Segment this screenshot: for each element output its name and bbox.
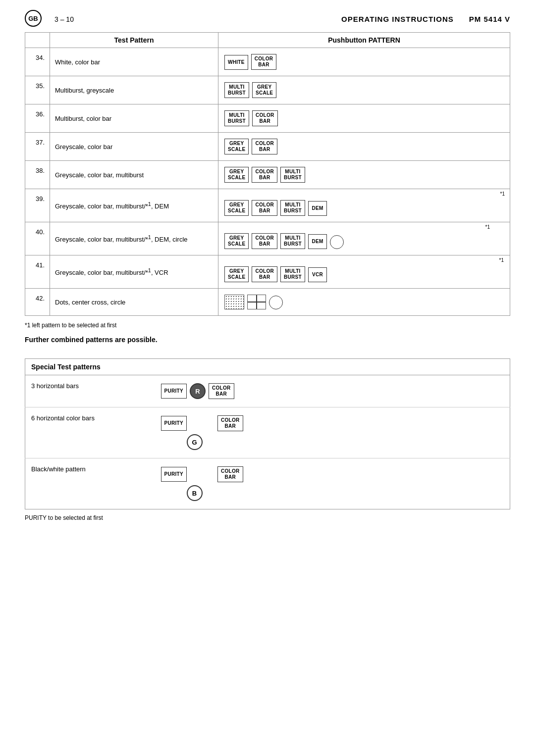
pattern-name: Dots, center cross, circle	[50, 289, 218, 316]
special-table-row: 3 horizontal bars PURITY R COLORBAR	[25, 375, 510, 407]
purity-note: PURITY to be selected at first	[25, 514, 510, 521]
special-pattern-label: 3 horizontal bars	[25, 375, 154, 407]
main-table: Test Pattern Pushbutton PATTERN 34. Whit…	[25, 32, 510, 316]
color-bar-button[interactable]: COLORBAR	[217, 466, 243, 482]
page-header: GB 3 – 10 OPERATING INSTRUCTIONS PM 5414…	[25, 15, 510, 23]
multi-burst-button[interactable]: MULTIBURST	[224, 82, 249, 98]
table-row: 36. Multiburst, color bar MULTIBURST COL…	[25, 104, 510, 133]
special-pattern-label: 6 horizontal color bars	[25, 407, 154, 458]
purity-button[interactable]: PURITY	[161, 467, 187, 482]
btn-group-41: *1 GREYSCALE COLORBAR MULTIBURST VCR	[223, 258, 505, 285]
page-title: OPERATING INSTRUCTIONS PM 5414 V	[341, 15, 510, 23]
multi-burst-button[interactable]: MULTIBURST	[280, 167, 305, 183]
color-bar-button[interactable]: COLORBAR	[252, 167, 277, 183]
grey-scale-button[interactable]: GREYSCALE	[224, 139, 249, 154]
pattern-name: Greyscale, color bar, multiburst/*1, DEM…	[50, 222, 218, 255]
gb-badge: GB	[25, 10, 42, 27]
color-bar-button[interactable]: COLORBAR	[252, 200, 277, 216]
g-circle-container: G	[185, 433, 205, 451]
table-row: 39. Greyscale, color bar, multiburst/*1,…	[25, 189, 510, 222]
star1-note: *1	[499, 257, 504, 263]
btn-group-35: MULTIBURST GREYSCALE	[223, 79, 505, 101]
table-row: 41. Greyscale, color bar, multiburst/*1,…	[25, 255, 510, 289]
operating-instructions-label: OPERATING INSTRUCTIONS	[341, 15, 454, 23]
row-num: 36.	[25, 104, 50, 133]
grey-scale-button[interactable]: GREYSCALE	[224, 167, 249, 183]
btn-group-37: GREYSCALE COLORBAR	[223, 136, 505, 157]
row-num: 41.	[25, 255, 50, 289]
r-circle: R	[190, 383, 206, 399]
grey-scale-button[interactable]: GREYSCALE	[224, 233, 249, 249]
btn-group-40: *1 GREYSCALE COLORBAR MULTIBURST DEM	[223, 225, 505, 252]
button-group: GREYSCALE COLORBAR	[218, 133, 510, 161]
grey-scale-button[interactable]: GREYSCALE	[224, 200, 249, 216]
star1-note: *1	[485, 224, 490, 230]
pattern-name: Multiburst, color bar	[50, 104, 218, 133]
circle-icon	[330, 235, 344, 249]
button-group	[218, 289, 510, 316]
b-circle: B	[187, 485, 203, 501]
table-row: 37. Greyscale, color bar GREYSCALE COLOR…	[25, 133, 510, 161]
grey-scale-button[interactable]: GREYSCALE	[224, 266, 249, 282]
purity-button[interactable]: PURITY	[161, 416, 187, 431]
special-btn-group-3: PURITY COLORBAR B	[160, 461, 504, 506]
color-bar-button[interactable]: COLORBAR	[209, 383, 234, 399]
grey-scale-button[interactable]: GREYSCALE	[252, 82, 276, 98]
table-row: 42. Dots, center cross, circle	[25, 289, 510, 316]
special-btn-row-3: PURITY COLORBAR	[160, 465, 244, 483]
pattern-name: White, color bar	[50, 48, 218, 76]
special-table: Special Test patterns 3 horizontal bars …	[25, 358, 510, 509]
special-pattern-label: Black/white pattern	[25, 458, 154, 509]
row-num: 39.	[25, 189, 50, 222]
pattern-name: Greyscale, color bar	[50, 133, 218, 161]
special-button-group: PURITY COLORBAR B	[154, 458, 510, 509]
color-bar-button[interactable]: COLORBAR	[252, 139, 277, 154]
row-num: 37.	[25, 133, 50, 161]
special-btn-group-2: PURITY COLORBAR G	[160, 410, 504, 455]
table-row: 34. White, color bar WHITE COLORBAR	[25, 48, 510, 76]
white-button[interactable]: WHITE	[224, 55, 248, 70]
model-label: PM 5414 V	[469, 15, 510, 23]
table-row: 40. Greyscale, color bar, multiburst/*1,…	[25, 222, 510, 255]
button-group: *1 GREYSCALE COLORBAR MULTIBURST DEM	[218, 222, 510, 255]
dem-button[interactable]: DEM	[308, 234, 327, 249]
special-btn-group-1: PURITY R COLORBAR	[160, 378, 504, 404]
page-number: 3 – 10	[54, 15, 74, 23]
special-btn-row-2: PURITY COLORBAR	[160, 414, 244, 432]
multi-burst-button[interactable]: MULTIBURST	[280, 266, 305, 282]
special-table-row: Black/white pattern PURITY COLORBAR B	[25, 458, 510, 509]
vcr-button[interactable]: VCR	[308, 267, 327, 282]
special-table-header: Special Test patterns	[25, 359, 510, 375]
gb-label: GB	[28, 15, 38, 22]
btn-group-39: *1 GREYSCALE COLORBAR MULTIBURST DEM	[223, 192, 505, 219]
btn-group-36: MULTIBURST COLORBAR	[223, 107, 505, 129]
color-bar-button[interactable]: COLORBAR	[251, 54, 277, 70]
multi-burst-button[interactable]: MULTIBURST	[224, 110, 249, 126]
multi-burst-button[interactable]: MULTIBURST	[280, 200, 305, 216]
special-button-group: PURITY COLORBAR G	[154, 407, 510, 458]
multi-burst-button[interactable]: MULTIBURST	[280, 233, 305, 249]
footnote: *1 left pattern to be selected at first	[25, 322, 510, 329]
color-bar-button[interactable]: COLORBAR	[252, 233, 277, 249]
circle-icon	[269, 296, 283, 309]
color-bar-button[interactable]: COLORBAR	[252, 266, 277, 282]
pattern-name: Greyscale, color bar, multiburst/*1, VCR	[50, 255, 218, 289]
button-group: GREYSCALE COLORBAR MULTIBURST	[218, 161, 510, 189]
purity-button[interactable]: PURITY	[161, 384, 187, 399]
button-group: MULTIBURST COLORBAR	[218, 104, 510, 133]
button-group: WHITE COLORBAR	[218, 48, 510, 76]
pattern-name: Greyscale, color bar, multiburst	[50, 161, 218, 189]
color-bar-button[interactable]: COLORBAR	[252, 110, 278, 126]
button-group: *1 GREYSCALE COLORBAR MULTIBURST VCR	[218, 255, 510, 289]
pattern-name: Greyscale, color bar, multiburst/*1, DEM	[50, 189, 218, 222]
special-button-group: PURITY R COLORBAR	[154, 375, 510, 407]
color-bar-button[interactable]: COLORBAR	[217, 415, 243, 431]
btn-group-34: WHITE COLORBAR	[223, 51, 505, 73]
b-circle-container: B	[185, 484, 205, 502]
row-num: 35.	[25, 76, 50, 104]
table-row: 38. Greyscale, color bar, multiburst GRE…	[25, 161, 510, 189]
dem-button[interactable]: DEM	[308, 201, 327, 216]
cross-icon	[247, 295, 266, 309]
row-num: 38.	[25, 161, 50, 189]
star1-note: *1	[500, 191, 505, 197]
